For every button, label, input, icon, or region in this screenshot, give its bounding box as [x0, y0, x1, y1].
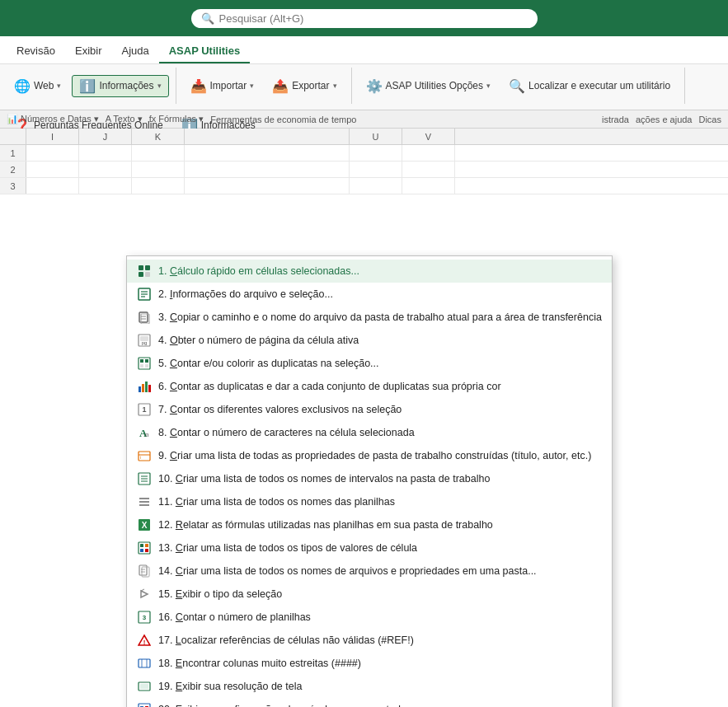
- menu-item-19[interactable]: 19. Exibir sua resolução de tela: [127, 675, 612, 698]
- find-utility-button[interactable]: 🔍 Localizar e executar um utilitário: [501, 75, 678, 97]
- svg-rect-20: [139, 386, 141, 392]
- tab-asap[interactable]: ASAP Utilities: [159, 40, 250, 63]
- menu-icon-7: 1: [137, 402, 152, 417]
- svg-rect-19: [145, 364, 148, 368]
- menu-item-10[interactable]: 10. Criar uma lista de todos os nomes de…: [127, 467, 612, 490]
- menu-icon-13: [137, 541, 152, 555]
- ribbon-group-import-export: 📥 Importar ▾ 📤 Exportar ▾: [183, 68, 352, 104]
- menu-item-15[interactable]: 15. Exibir o tipo da seleção: [127, 583, 612, 606]
- tab-exibir[interactable]: Exibir: [65, 40, 112, 63]
- cell-V2[interactable]: [402, 162, 455, 177]
- menu-item-2[interactable]: 2. Informações do arquivo e seleção...: [127, 283, 612, 306]
- cell-J2[interactable]: [79, 162, 132, 177]
- menu-item-1[interactable]: 1. Cálculo rápido em células selecionada…: [127, 260, 612, 283]
- ribbon-toolbar: 🌐 Web ▾ ℹ️ Informações ▾ 📥 Importar ▾ 📤 …: [0, 64, 728, 110]
- menu-item-7[interactable]: 1 7. Contar os diferentes valores exclus…: [127, 398, 612, 421]
- cell-U2[interactable]: [350, 162, 402, 177]
- cell-V1[interactable]: [402, 145, 455, 161]
- svg-rect-41: [140, 544, 143, 547]
- svg-text:i: i: [140, 455, 141, 460]
- row-num-1: 1: [0, 145, 26, 161]
- svg-text:!: !: [143, 639, 146, 646]
- menu-icon-1: [137, 264, 152, 279]
- web-label: Web: [34, 80, 54, 91]
- col-header-I: I: [26, 129, 79, 144]
- menu-item-17[interactable]: ! 17. Localizar referências de células n…: [127, 629, 612, 652]
- tab-revisao[interactable]: Revisão: [7, 40, 65, 63]
- menu-item-14[interactable]: 14. Criar uma lista de todos os nomes de…: [127, 560, 612, 583]
- export-label: Exportar: [292, 80, 329, 91]
- cell-U3[interactable]: [350, 178, 402, 194]
- col-header-U: U: [350, 129, 402, 144]
- cell-J1[interactable]: [79, 145, 132, 161]
- menu-icon-11: [137, 494, 152, 509]
- menu-icon-14: [137, 564, 152, 578]
- svg-text:3: 3: [143, 614, 147, 621]
- subtool-formulas[interactable]: fx Fórmulas ▾: [149, 114, 204, 124]
- menu-item-5[interactable]: 5. Contar e/ou colorir as duplicatas na …: [127, 352, 612, 375]
- menu-icon-10: [137, 471, 152, 486]
- info-button[interactable]: ℹ️ Informações ▾: [72, 75, 168, 97]
- search-wrapper: 🔍: [191, 9, 538, 28]
- svg-text:pg: pg: [142, 340, 148, 345]
- import-button[interactable]: 📥 Importar ▾: [183, 75, 262, 97]
- menu-icon-12: X: [137, 517, 152, 532]
- subtool-text[interactable]: A Texto ▾: [106, 114, 143, 124]
- menu-item-8[interactable]: An 8. Contar o número de caracteres na c…: [127, 421, 612, 444]
- menu-text-12: 12. Relatar as fórmulas utilizadas nas p…: [158, 519, 602, 531]
- menu-text-2: 2. Informações do arquivo e seleção...: [158, 288, 602, 300]
- info-dropdown-menu: 1. Cálculo rápido em células selecionada…: [126, 255, 613, 707]
- menu-item-4[interactable]: pg 4. Obter o número de página da célula…: [127, 329, 612, 352]
- menu-item-6[interactable]: 6. Contar as duplicatas e dar a cada con…: [127, 375, 612, 398]
- menu-icon-4: pg: [137, 333, 152, 348]
- subtool-numbers[interactable]: 📊 Números e Datas ▾: [7, 114, 99, 124]
- menu-text-3: 3. Copiar o caminho e o nome do arquivo …: [158, 311, 602, 323]
- menu-item-11[interactable]: 11. Criar uma lista de todos os nomes da…: [127, 490, 612, 513]
- col-headers: I J K U V: [0, 129, 728, 145]
- table-row: 2: [0, 162, 728, 178]
- svg-rect-54: [139, 659, 150, 667]
- cell-gap1: [185, 145, 350, 161]
- export-icon: 📤: [272, 78, 289, 94]
- cell-I3[interactable]: [26, 178, 79, 194]
- menu-item-3[interactable]: 3. Copiar o caminho e o nome do arquivo …: [127, 306, 612, 329]
- subtool-tips: Dicas: [698, 115, 721, 124]
- search-bar: 🔍: [0, 0, 728, 36]
- tab-ajuda[interactable]: Ajuda: [111, 40, 158, 63]
- menu-item-20[interactable]: 20. Exibir as configurações do país do s…: [127, 698, 612, 707]
- asap-options-button[interactable]: ⚙️ ASAP Utilities Opções ▾: [359, 75, 499, 97]
- menu-text-15: 15. Exibir o tipo da seleção: [158, 588, 602, 600]
- search-input[interactable]: [219, 12, 528, 25]
- menu-icon-6: [137, 379, 152, 394]
- menu-item-16[interactable]: 3 16. Contar o número de planilhas: [127, 606, 612, 629]
- menu-item-18[interactable]: 18. Encontrar colunas muito estreitas (#…: [127, 652, 612, 675]
- info-label: Informações: [99, 80, 153, 91]
- ribbon-group-web-info: 🌐 Web ▾ ℹ️ Informações ▾: [7, 68, 176, 104]
- cell-U1[interactable]: [350, 145, 402, 161]
- menu-item-12[interactable]: X 12. Relatar as fórmulas utilizadas nas…: [127, 513, 612, 536]
- menu-item-9[interactable]: i 9. Criar uma lista de todas as proprie…: [127, 444, 612, 467]
- row-num-3: 3: [0, 178, 26, 194]
- col-header-J: J: [79, 129, 132, 144]
- cell-I2[interactable]: [26, 162, 79, 177]
- menu-text-4: 4. Obter o número de página da célula at…: [158, 335, 602, 346]
- subtool-tools: Ferramentas de economia de tempo: [210, 115, 356, 124]
- info-icon: ℹ️: [79, 78, 96, 94]
- cell-K3[interactable]: [132, 178, 185, 194]
- cell-V3[interactable]: [402, 178, 455, 194]
- export-button[interactable]: 📤 Exportar ▾: [265, 75, 344, 97]
- info-dropdown-arrow: ▾: [157, 82, 162, 90]
- subtool-registered: istrada: [602, 115, 629, 124]
- menu-icon-9: i: [137, 448, 152, 463]
- cell-I1[interactable]: [26, 145, 79, 161]
- cell-K1[interactable]: [132, 145, 185, 161]
- col-header-gap: [185, 129, 350, 144]
- menu-icon-2: [137, 287, 152, 302]
- web-button[interactable]: 🌐 Web ▾: [7, 75, 68, 97]
- cell-J3[interactable]: [79, 178, 132, 194]
- svg-rect-58: [140, 684, 148, 689]
- menu-item-13[interactable]: 13. Criar uma lista de todos os tipos de…: [127, 536, 612, 560]
- menu-icon-8: An: [137, 425, 152, 440]
- cell-K2[interactable]: [132, 162, 185, 177]
- svg-line-49: [141, 589, 144, 591]
